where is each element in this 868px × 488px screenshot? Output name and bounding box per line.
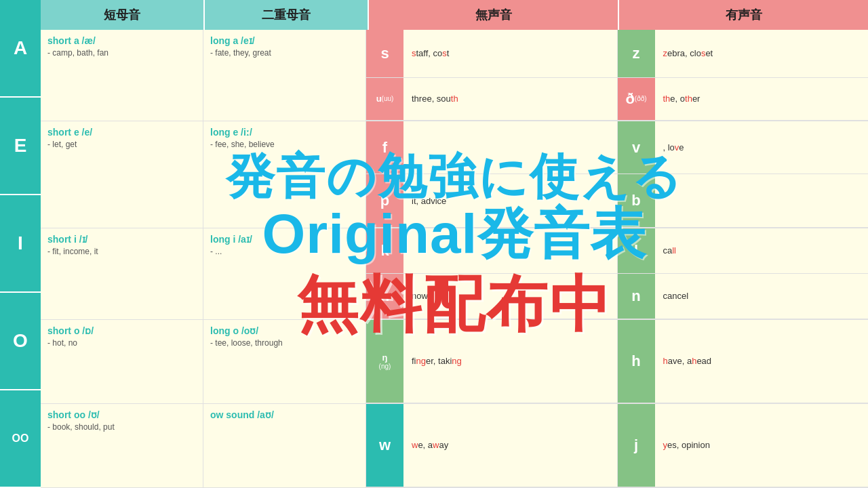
symbol-ng: ŋ(ng) — [366, 320, 403, 403]
consonant-w-j: w we, away j yes, opinion — [366, 404, 868, 487]
n1-text: now — [412, 291, 428, 301]
symbol-p: p — [366, 174, 403, 226]
letter-tab-o: O — [0, 293, 41, 390]
header-tanbouin: 短母音 — [41, 0, 203, 30]
long-o-cell: long o /oʊ/ - tee, loose, through — [203, 320, 366, 403]
letter-tab-oo: OO — [0, 390, 41, 488]
long-a-examples: - fate, they, great — [210, 48, 359, 58]
short-a-title: short a /æ/ — [47, 35, 196, 46]
ng-text: finger, taking — [412, 356, 462, 366]
consonant-f: f — [366, 121, 618, 174]
short-e-title: short e /e/ — [47, 127, 196, 138]
header-yuseion: 有声音 — [619, 0, 868, 30]
examples-h: have, ahead — [655, 320, 869, 403]
l-text: call — [663, 245, 677, 256]
short-o-cell: short o /ɒ/ - hot, no — [41, 320, 203, 403]
symbol-u: u(uu) — [366, 78, 403, 121]
consonant-n2: n cancel — [618, 274, 869, 319]
content-area: 短母音 二重母音 無声音 有声音 short a /æ/ - camp, bat… — [41, 0, 868, 488]
n2-text: cancel — [663, 291, 689, 301]
consonant-p: p it, advice — [366, 174, 618, 226]
short-i-cell: short i /ɪ/ - fit, income, it — [41, 228, 203, 319]
s-text: staff, cost — [412, 48, 449, 58]
examples-u: three, south — [403, 78, 617, 121]
extra-voiceless: u(uu) three, south — [366, 78, 618, 121]
symbol-f: f — [366, 121, 403, 174]
vowel-row-i: short i /ɪ/ - fit, income, it long i /aɪ… — [41, 228, 868, 320]
examples-ng: finger, taking — [403, 320, 617, 403]
letter-tab-e: E — [0, 98, 41, 195]
long-e-cell: long e /iː/ - fee, she, believe — [203, 121, 366, 228]
examples-l: call — [655, 228, 869, 273]
right-side-oo: w we, away j yes, opinion — [366, 404, 868, 487]
symbol-n2: n — [618, 274, 655, 319]
symbol-l: l — [618, 228, 655, 273]
consonant-ng: ŋ(ng) finger, taking — [366, 320, 618, 403]
short-o-examples: - hot, no — [47, 338, 196, 348]
short-oo-title: short oo /ʊ/ — [47, 409, 196, 420]
consonant-l: l call — [618, 228, 869, 273]
main-container: A E I O OO 短母音 二重母音 無声音 有声音 short a /æ/ … — [0, 0, 868, 488]
symbol-s: s — [366, 30, 403, 77]
rows-container: short a /æ/ - camp, bath, fan long a /eɪ… — [41, 30, 868, 488]
letter-tabs: A E I O OO — [0, 0, 41, 488]
consonant-p-b: p it, advice b — [366, 174, 868, 227]
examples-w: we, away — [403, 404, 617, 487]
symbol-v: v — [618, 121, 655, 174]
examples-b — [655, 174, 869, 226]
w-text: we, away — [412, 440, 448, 450]
consonant-b: b — [618, 174, 869, 226]
z-text: zebra, closet — [663, 48, 713, 58]
examples-s: staff, cost — [403, 30, 617, 77]
j-text: yes, opinion — [663, 440, 710, 450]
symbol-w: w — [366, 404, 403, 487]
examples-f — [403, 121, 617, 174]
vowel-row-e: short e /e/ - let, get long e /iː/ - fee… — [41, 121, 868, 228]
header-museion: 無声音 — [369, 0, 618, 30]
short-e-examples: - let, get — [47, 140, 196, 149]
consonant-w: w we, away — [366, 404, 618, 487]
p-text: it, advice — [412, 196, 446, 206]
long-e-title: long e /iː/ — [210, 127, 359, 138]
consonant-n-cancel: n now n cancel — [366, 274, 868, 319]
symbol-k: k — [366, 228, 403, 273]
right-side-o: ŋ(ng) finger, taking h have, ahead — [366, 320, 868, 403]
long-i-title: long i /aɪ/ — [210, 234, 359, 245]
long-o-examples: - tee, loose, through — [210, 338, 359, 348]
consonant-extra1: u(uu) three, south ð(ðð) the, other — [366, 78, 868, 121]
consonant-s-z: s staff, cost z zebra, closet — [366, 30, 868, 78]
examples-k — [403, 228, 617, 273]
examples-p: it, advice — [403, 174, 617, 226]
long-e-examples: - fee, she, believe — [210, 140, 359, 149]
letter-tab-a: A — [0, 0, 41, 98]
u-text: three, south — [412, 94, 458, 104]
long-a-title: long a /eɪ/ — [210, 35, 359, 46]
consonant-z-voiced: z zebra, closet — [618, 30, 869, 77]
examples-j: yes, opinion — [655, 404, 869, 487]
examples-z: zebra, closet — [655, 30, 869, 77]
short-o-title: short o /ɒ/ — [47, 325, 196, 336]
consonant-s-voiceless: s staff, cost — [366, 30, 618, 77]
consonant-h: h have, ahead — [618, 320, 869, 403]
consonant-f-v: f v , love — [366, 121, 868, 174]
consonant-k: k — [366, 228, 618, 273]
short-a-cell: short a /æ/ - camp, bath, fan — [41, 30, 203, 121]
long-o-title: long o /oʊ/ — [210, 325, 359, 336]
consonant-ng-h: ŋ(ng) finger, taking h have, ahead — [366, 320, 868, 403]
consonant-v: v , love — [618, 121, 869, 174]
symbol-n1: n — [366, 274, 403, 319]
consonant-n1: n now — [366, 274, 618, 319]
long-oo-cell: ow sound /aʊ/ — [203, 404, 366, 487]
h-text: have, ahead — [663, 356, 712, 366]
long-i-examples: - ... — [210, 247, 359, 256]
examples-v: , love — [655, 121, 869, 174]
header-row: 短母音 二重母音 無声音 有声音 — [41, 0, 868, 30]
short-i-title: short i /ɪ/ — [47, 234, 196, 245]
long-i-cell: long i /aɪ/ - ... — [203, 228, 366, 319]
symbol-z: z — [618, 30, 655, 77]
short-oo-examples: - book, should, put — [47, 422, 196, 432]
letter-tab-i: I — [0, 195, 41, 293]
symbol-b: b — [618, 174, 655, 226]
short-i-examples: - fit, income, it — [47, 247, 196, 256]
symbol-dh: ð(ðð) — [618, 78, 655, 121]
